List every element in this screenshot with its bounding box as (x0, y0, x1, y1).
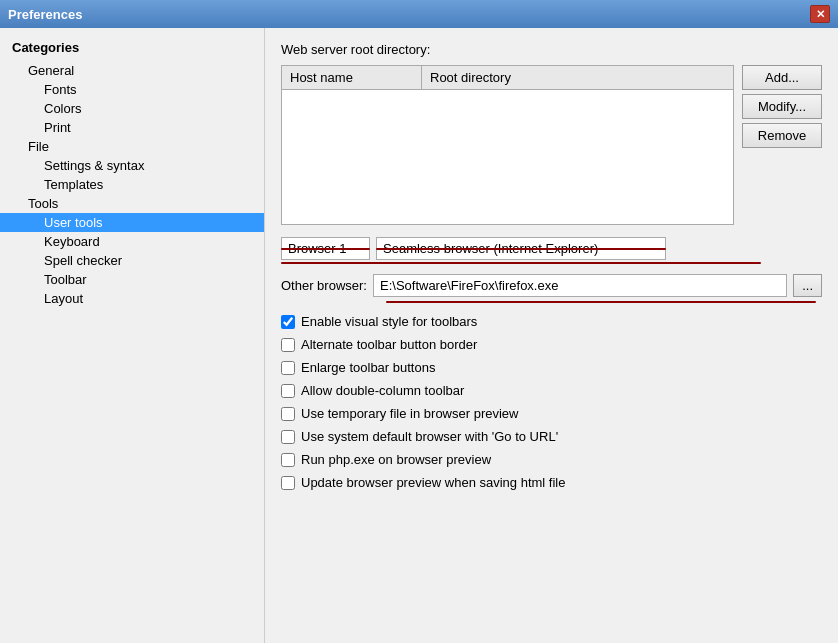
checkbox-system-browser[interactable] (281, 430, 295, 444)
checkbox-update-html[interactable] (281, 476, 295, 490)
categories-sidebar: Categories GeneralFontsColorsPrintFileSe… (0, 28, 265, 643)
checkbox-label-enlarge: Enlarge toolbar buttons (301, 360, 435, 375)
main-panel: Web server root directory: Host name Roo… (265, 28, 838, 643)
checkbox-row-update-html: Update browser preview when saving html … (281, 474, 822, 491)
dialog-title: Preferences (8, 7, 810, 22)
root-directory-header: Root directory (422, 66, 733, 89)
browser1-select[interactable]: Browser 1 Browser 2 Browser 3 (281, 237, 370, 260)
close-button[interactable]: ✕ (810, 5, 830, 23)
browse-button[interactable]: ... (793, 274, 822, 297)
sidebar-item-user-tools[interactable]: User tools (0, 213, 264, 232)
sidebar-item-templates[interactable]: Templates (0, 175, 264, 194)
checkbox-label-temp-file: Use temporary file in browser preview (301, 406, 518, 421)
sidebar-item-fonts[interactable]: Fonts (0, 80, 264, 99)
browser-row-underline (281, 262, 761, 264)
sidebar-item-spell-checker[interactable]: Spell checker (0, 251, 264, 270)
sidebar-item-keyboard[interactable]: Keyboard (0, 232, 264, 251)
table-buttons: Add... Modify... Remove (742, 65, 822, 225)
add-button[interactable]: Add... (742, 65, 822, 90)
sidebar-item-general[interactable]: General (0, 61, 264, 80)
checkbox-run-php[interactable] (281, 453, 295, 467)
checkbox-row-temp-file: Use temporary file in browser preview (281, 405, 822, 422)
checkbox-label-run-php: Run php.exe on browser preview (301, 452, 491, 467)
checkbox-label-update-html: Update browser preview when saving html … (301, 475, 565, 490)
sidebar-item-toolbar[interactable]: Toolbar (0, 270, 264, 289)
sidebar-item-file[interactable]: File (0, 137, 264, 156)
checkbox-label-double-column: Allow double-column toolbar (301, 383, 464, 398)
web-server-label: Web server root directory: (281, 42, 822, 57)
checkbox-row-double-column: Allow double-column toolbar (281, 382, 822, 399)
checkbox-row-run-php: Run php.exe on browser preview (281, 451, 822, 468)
table-body[interactable] (282, 90, 733, 223)
checkbox-row-visual-style: Enable visual style for toolbars (281, 313, 822, 330)
checkbox-visual-style[interactable] (281, 315, 295, 329)
table-header-row: Host name Root directory (282, 66, 733, 90)
remove-button[interactable]: Remove (742, 123, 822, 148)
checkbox-label-system-browser: Use system default browser with 'Go to U… (301, 429, 558, 444)
checkbox-enlarge[interactable] (281, 361, 295, 375)
checkbox-alt-border[interactable] (281, 338, 295, 352)
sidebar-item-tools[interactable]: Tools (0, 194, 264, 213)
browser1-select-wrapper: Browser 1 Browser 2 Browser 3 (281, 237, 370, 260)
other-browser-label: Other browser: (281, 278, 367, 293)
checkbox-label-alt-border: Alternate toolbar button border (301, 337, 477, 352)
web-server-table: Host name Root directory (281, 65, 734, 225)
browser2-select-wrapper: Seamless browser (Internet Explorer) Oth… (376, 237, 666, 260)
other-browser-input[interactable] (373, 274, 787, 297)
sidebar-item-colors[interactable]: Colors (0, 99, 264, 118)
categories-label: Categories (0, 36, 264, 61)
host-name-header: Host name (282, 66, 422, 89)
checkbox-temp-file[interactable] (281, 407, 295, 421)
checkbox-row-system-browser: Use system default browser with 'Go to U… (281, 428, 822, 445)
checkbox-row-alt-border: Alternate toolbar button border (281, 336, 822, 353)
other-browser-underline (386, 301, 816, 303)
modify-button[interactable]: Modify... (742, 94, 822, 119)
other-browser-row: Other browser: ... (281, 274, 822, 297)
sidebar-item-settings-syntax[interactable]: Settings & syntax (0, 156, 264, 175)
sidebar-item-layout[interactable]: Layout (0, 289, 264, 308)
checkbox-double-column[interactable] (281, 384, 295, 398)
sidebar-item-print[interactable]: Print (0, 118, 264, 137)
checkboxes-section: Enable visual style for toolbarsAlternat… (281, 313, 822, 491)
checkbox-label-visual-style: Enable visual style for toolbars (301, 314, 477, 329)
browser-row: Browser 1 Browser 2 Browser 3 Seamless b… (281, 237, 822, 260)
checkbox-row-enlarge: Enlarge toolbar buttons (281, 359, 822, 376)
browser2-select[interactable]: Seamless browser (Internet Explorer) Oth… (376, 237, 666, 260)
web-server-section: Host name Root directory Add... Modify..… (281, 65, 822, 225)
